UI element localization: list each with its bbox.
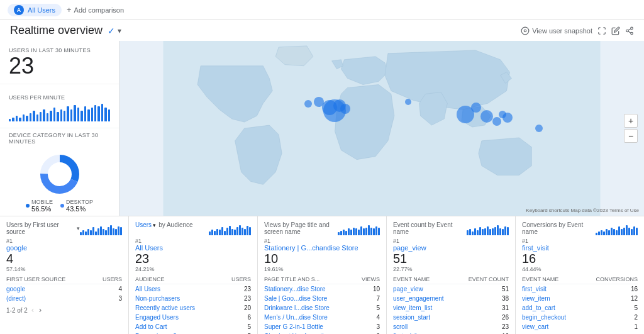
bar <box>12 118 14 121</box>
card3-rank: #1 Stationery | G...chandise Store 10 19… <box>264 238 380 272</box>
row-name[interactable]: view_item <box>522 294 581 303</box>
page-title: Realtime overview <box>10 24 103 37</box>
map-bubble <box>405 99 411 105</box>
title-dropdown-icon[interactable]: ▾ <box>118 26 121 35</box>
card3-sparkline <box>338 223 380 235</box>
spark-bar <box>105 230 107 235</box>
keyboard-shortcuts[interactable]: Keyboard shortcuts <box>526 208 569 213</box>
row-name[interactable]: begin_checkout <box>522 313 581 322</box>
card5-title: Conversions by Event name <box>522 221 596 235</box>
row-name[interactable]: view_cart <box>522 322 581 331</box>
card1-pagination: 1-2 of 2 ‹ › <box>6 306 122 315</box>
spark-bar <box>103 229 104 235</box>
app-container: A All Users + Add comparison Realtime ov… <box>0 0 644 334</box>
card2-dropdown-icon[interactable]: ▾ <box>153 222 156 228</box>
fullscreen-icon[interactable] <box>597 26 606 35</box>
row-value: 5 <box>581 303 638 313</box>
card1-rank-pct: 57.14% <box>6 266 122 272</box>
table-row: Add to Cart5 <box>135 322 251 331</box>
bar <box>36 114 38 121</box>
zoom-in-button[interactable]: + <box>624 114 638 128</box>
desktop-legend: DESKTOP 43.5% <box>60 199 93 213</box>
row-name[interactable]: Sale | Goo...dise Store <box>264 294 355 303</box>
spark-bar <box>378 228 380 235</box>
spark-bar <box>350 230 352 235</box>
spark-bar <box>613 229 615 235</box>
row-name[interactable]: Checkout Y...nformation <box>264 331 355 334</box>
row-name[interactable]: Drinkware I...dise Store <box>264 303 355 313</box>
row-value: 20 <box>223 303 251 313</box>
row-name[interactable]: Add to Cart <box>135 322 223 331</box>
card1-rank: #1 google 4 57.14% <box>6 238 122 272</box>
card5-rank-name[interactable]: first_visit <box>522 244 638 252</box>
card2-header: Users ▾ by Audience <box>135 221 251 235</box>
spark-bar <box>502 229 504 235</box>
spark-bar <box>370 228 372 235</box>
add-comparison-button[interactable]: + Add comparison <box>67 5 126 14</box>
table-row: Page_view > 85 <box>135 331 251 334</box>
edit-icon[interactable] <box>611 26 620 35</box>
share-icon[interactable] <box>625 26 634 35</box>
spark-bar <box>247 226 248 235</box>
table-row: (direct)3 <box>6 294 122 303</box>
spark-bar <box>343 230 345 235</box>
view-snapshot-button[interactable]: View user snapshot <box>521 26 592 35</box>
svg-point-3 <box>631 32 633 35</box>
card2-title1[interactable]: Users <box>135 221 152 228</box>
donut-svg <box>38 152 82 196</box>
spark-bar <box>87 229 89 235</box>
row-name[interactable]: scroll <box>393 322 457 331</box>
content-area: USERS IN LAST 30 MINUTES 23 USERS PER MI… <box>0 41 644 334</box>
users-per-minute-card: USERS PER MINUTE <box>0 84 119 128</box>
row-name[interactable]: (direct) <box>6 294 93 303</box>
table-row: Drinkware I...dise Store5 <box>264 303 380 313</box>
card5-rank-count: 16 <box>522 252 638 266</box>
row-name[interactable]: user_engagement <box>393 294 457 303</box>
row-name[interactable]: first_visit <box>393 331 457 334</box>
spark-bar <box>489 229 491 235</box>
spark-bar <box>209 231 211 235</box>
row-name[interactable]: view_item_list <box>393 303 457 313</box>
row-name[interactable]: first_visit <box>522 284 581 294</box>
spark-bar <box>345 231 347 235</box>
card2-rank-label: #1 <box>135 238 251 244</box>
header-actions: View user snapshot <box>521 26 634 35</box>
row-name[interactable]: add_to_cart <box>522 303 581 313</box>
spark-bar <box>216 229 218 235</box>
row-name[interactable]: Men's / Un...dise Store <box>264 313 355 322</box>
card3-rank-name[interactable]: Stationery | G...chandise Store <box>264 244 380 252</box>
row-name[interactable]: Super G 2-in-1 Bottle <box>264 322 355 331</box>
row-name[interactable]: Non-purchasers <box>135 294 223 303</box>
donut-chart: MOBILE 56.5% DESKTOP 43.5% <box>9 147 110 216</box>
status-check-icon: ✓ <box>108 26 115 36</box>
card4-rank-name[interactable]: page_view <box>393 244 509 252</box>
card1-next-btn[interactable]: › <box>38 306 43 315</box>
card1-title-dropdown[interactable]: Users by First user source ▾ <box>6 221 80 235</box>
all-users-chip[interactable]: A All Users <box>8 4 62 16</box>
row-name[interactable]: google <box>6 284 93 294</box>
row-name[interactable]: Page_view > 8 <box>135 331 223 334</box>
row-name[interactable]: All Users <box>135 284 223 294</box>
row-name[interactable]: page_view <box>393 284 457 294</box>
card5-table: EVENT NAME CONVERSIONS first_visit16view… <box>522 275 638 331</box>
spark-bar <box>231 229 233 235</box>
row-name[interactable]: Recently active users <box>135 303 223 313</box>
row-name[interactable]: Stationery...dise Store <box>264 284 355 294</box>
card-page-views: Views by Page title and screen name #1 S… <box>258 216 387 334</box>
terms-link[interactable]: Terms of Use <box>609 208 639 213</box>
spark-bar <box>606 229 608 235</box>
spark-bar <box>338 232 340 235</box>
spark-bar <box>355 228 357 235</box>
spark-bar <box>621 229 623 235</box>
bar <box>101 104 103 121</box>
card1-prev-btn[interactable]: ‹ <box>30 306 35 315</box>
row-name[interactable]: Engaged Users <box>135 313 223 322</box>
card4-rank-pct: 22.77% <box>393 266 509 272</box>
zoom-out-button[interactable]: − <box>624 129 638 143</box>
card4-sparkline <box>467 223 509 235</box>
row-name[interactable]: session_start <box>393 313 457 322</box>
card1-rank-name[interactable]: google <box>6 244 122 252</box>
card2-rank-name[interactable]: All Users <box>135 244 251 252</box>
spark-bar <box>467 230 469 235</box>
bar <box>26 116 28 121</box>
